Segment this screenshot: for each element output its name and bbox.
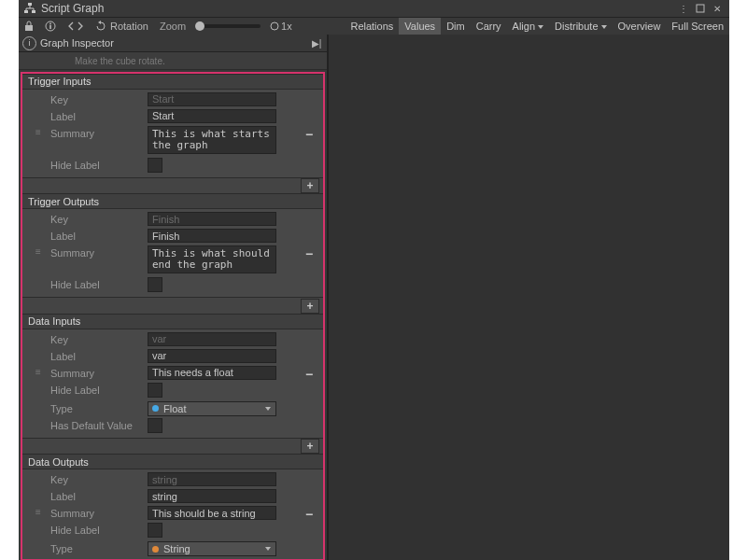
ti-summary-input[interactable]: This is what starts the graph (148, 126, 276, 154)
di-type-value: Float (163, 403, 186, 414)
svg-rect-3 (697, 5, 704, 12)
do-key-input[interactable] (148, 472, 276, 486)
ti-label-input[interactable] (148, 109, 276, 123)
window-title: Script Graph (41, 2, 104, 15)
add-trigger-output-button[interactable]: + (301, 299, 319, 314)
di-key-label: Key (50, 332, 148, 347)
section-trigger-outputs[interactable]: Trigger Outputs (22, 193, 323, 209)
do-summary-label: Summary (50, 506, 148, 521)
svg-point-6 (49, 23, 51, 25)
top-toolbar: Rotation Zoom 1x Relations Values Dim Ca… (19, 17, 729, 35)
zoom-label: Zoom (154, 21, 191, 32)
inspector-header: i Graph Inspector ▶| (19, 35, 327, 52)
app-window: Script Graph ⋮ ✕ Rotation Zoom 1x (19, 0, 729, 560)
drag-handle-icon[interactable]: ≡ (35, 368, 42, 377)
to-key-input[interactable] (148, 212, 276, 226)
float-type-dot-icon (152, 405, 159, 412)
trigger-inputs-addbar: + (22, 177, 323, 194)
info-button[interactable] (39, 18, 62, 35)
add-data-input-button[interactable]: + (301, 439, 319, 454)
to-summary-label: Summary (50, 245, 148, 260)
zoom-reset-button[interactable]: 1x (264, 18, 298, 35)
tab-align[interactable]: Align (507, 18, 549, 35)
ti-hidelabel-label: Hide Label (50, 158, 148, 173)
ti-hidelabel-checkbox[interactable] (148, 158, 162, 173)
code-button[interactable] (63, 18, 89, 35)
do-label-input[interactable] (148, 489, 276, 503)
hierarchy-icon (24, 3, 35, 14)
titlebar: Script Graph ⋮ ✕ (19, 0, 729, 17)
do-hidelabel-label: Hide Label (50, 523, 148, 538)
info-icon: i (22, 36, 36, 50)
di-type-label: Type (50, 401, 148, 416)
zoom-slider[interactable] (195, 24, 261, 28)
to-summary-input[interactable]: This is what should end the graph (148, 245, 276, 273)
tab-overview[interactable]: Overview (613, 18, 667, 35)
to-hidelabel-checkbox[interactable] (148, 277, 162, 292)
trigger-outputs-addbar: + (22, 297, 323, 314)
to-label-label: Label (50, 229, 148, 244)
inspector-crumb: Make the cube rotate. (19, 52, 327, 70)
string-type-dot-icon (152, 546, 159, 553)
window-menu-icon[interactable]: ⋮ (677, 2, 690, 15)
svg-rect-0 (28, 3, 32, 6)
do-key-label: Key (50, 472, 148, 487)
to-hidelabel-label: Hide Label (50, 277, 148, 292)
di-hidelabel-checkbox[interactable] (148, 383, 162, 398)
window-close-icon[interactable]: ✕ (711, 2, 724, 15)
do-label-label: Label (50, 489, 148, 504)
ti-key-label: Key (50, 92, 148, 107)
di-summary-label: Summary (50, 366, 148, 381)
collapse-right-icon[interactable]: ▶| (310, 36, 323, 49)
svg-point-8 (271, 22, 278, 30)
tab-dim[interactable]: Dim (441, 18, 471, 35)
di-hasdefault-label: Has Default Value (50, 418, 148, 433)
do-hidelabel-checkbox[interactable] (148, 523, 162, 538)
ti-summary-label: Summary (50, 126, 148, 141)
do-summary-input[interactable] (148, 506, 276, 520)
di-summary-input[interactable] (148, 366, 276, 380)
window-maximize-icon[interactable] (694, 2, 707, 15)
rotation-button[interactable]: Rotation (90, 18, 154, 35)
di-key-input[interactable] (148, 332, 276, 346)
trigger-inputs-fields: − Key Label ≡ Summary This is what start… (22, 90, 323, 177)
graph-inspector-panel: i Graph Inspector ▶| Make the cube rotat… (19, 35, 329, 560)
to-key-label: Key (50, 212, 148, 227)
rotation-label: Rotation (110, 21, 148, 32)
do-type-value: String (163, 543, 190, 554)
tab-relations[interactable]: Relations (345, 18, 399, 35)
tab-values[interactable]: Values (399, 18, 441, 35)
svg-rect-1 (24, 10, 28, 13)
section-data-outputs[interactable]: Data Outputs (22, 454, 323, 469)
trigger-outputs-fields: − Key Label ≡ Summary This is what shoul… (22, 209, 323, 297)
di-hasdefault-checkbox[interactable] (148, 418, 162, 433)
di-type-dropdown[interactable]: Float (148, 401, 276, 416)
add-trigger-input-button[interactable]: + (301, 178, 319, 193)
svg-rect-7 (49, 25, 51, 29)
ti-key-input[interactable] (148, 92, 276, 106)
ti-label-label: Label (50, 109, 148, 124)
to-label-input[interactable] (148, 229, 276, 243)
di-hidelabel-label: Hide Label (50, 383, 148, 398)
data-outputs-fields: − Key Label ≡ Summary Hi (22, 469, 323, 559)
drag-handle-icon[interactable]: ≡ (35, 247, 42, 257)
section-data-inputs[interactable]: Data Inputs (22, 314, 323, 329)
highlighted-region: Trigger Inputs − Key Label ≡ Summary Thi (21, 72, 325, 560)
inspector-title: Graph Inspector (40, 37, 114, 49)
tab-carry[interactable]: Carry (471, 18, 507, 35)
tab-distribute[interactable]: Distribute (549, 18, 612, 35)
svg-rect-4 (25, 25, 33, 31)
drag-handle-icon[interactable]: ≡ (35, 128, 42, 137)
zoom-value: 1x (281, 21, 292, 32)
di-label-label: Label (50, 349, 148, 364)
drag-handle-icon[interactable]: ≡ (35, 508, 42, 517)
tab-fullscreen[interactable]: Full Screen (666, 18, 729, 35)
do-type-dropdown[interactable]: String (148, 541, 276, 556)
data-inputs-addbar: + (22, 438, 323, 455)
di-label-input[interactable] (148, 349, 276, 363)
lock-button[interactable] (19, 18, 39, 35)
data-inputs-fields: − Key Label ≡ Summary Hi (22, 329, 323, 438)
graph-canvas[interactable] (329, 35, 729, 560)
svg-rect-2 (32, 10, 35, 13)
section-trigger-inputs[interactable]: Trigger Inputs (22, 74, 323, 90)
